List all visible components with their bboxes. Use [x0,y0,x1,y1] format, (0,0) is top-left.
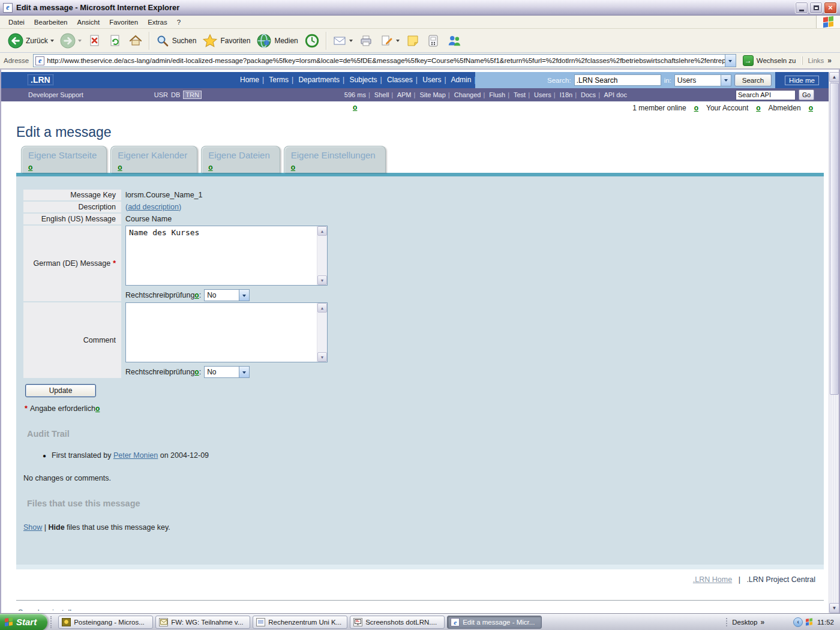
tray-windows-icon[interactable] [806,618,812,626]
links-toolbar[interactable]: Links » [802,56,836,65]
translate-marker[interactable]: o [194,368,199,376]
refresh-button[interactable] [105,32,125,49]
translate-marker[interactable]: o [694,104,698,112]
dev-shell[interactable]: Shell [374,91,389,98]
taskbar-task-screenshots[interactable]: Screenshots dotLRN.... [350,616,445,629]
textarea-scrollbar[interactable]: ▲ ▼ [317,303,327,362]
menu-favoriten[interactable]: Favoriten [104,17,143,28]
desktop-toolbar[interactable]: Desktop » [726,618,764,626]
chevron-down-icon[interactable] [239,290,249,301]
tab-eigene-dateien[interactable]: Eigene Dateien o [201,146,280,173]
update-button[interactable]: Update [25,384,96,397]
minimize-button[interactable] [795,2,808,14]
tab-eigene-startseite[interactable]: Eigene Startseite o [21,146,107,173]
taskbar-task-rechenzentrum[interactable]: Rechenzentrum Uni K... [253,616,347,629]
menu-ansicht[interactable]: Ansicht [72,17,104,28]
flag-db[interactable]: DB [171,91,180,98]
nav-classes[interactable]: Classes [387,76,413,84]
sticky-note-button[interactable] [403,32,423,49]
mail-button[interactable] [329,32,356,49]
german-message-textarea[interactable]: Name des Kurses [126,226,317,285]
history-button[interactable] [301,32,323,50]
edit-button[interactable] [376,32,403,49]
flag-trn[interactable]: TRN [183,91,202,99]
taskbar-task-edit-a-message[interactable]: e Edit a message - Micr... [447,616,542,629]
nav-admin[interactable]: Admin [451,76,471,84]
messenger-button[interactable] [443,32,465,50]
favorites-button[interactable]: Favoriten [199,32,253,50]
address-input[interactable]: e http://www.theservice.de/acs-lang/admi… [33,54,736,67]
translate-marker[interactable]: o [80,608,84,611]
dev-i18n[interactable]: I18n [560,91,572,98]
show-files-link[interactable]: Show [23,523,42,532]
logout-link[interactable]: Abmelden [769,104,801,112]
translate-marker[interactable]: o [208,163,270,172]
menu-extras[interactable]: Extras [143,17,172,28]
translate-marker[interactable]: o [118,163,187,172]
translate-marker[interactable]: o [28,163,97,172]
menu-bearbeiten[interactable]: Bearbeiten [29,17,73,28]
chevron-down-icon[interactable] [239,367,249,377]
lrn-search-input[interactable] [574,74,661,86]
scroll-up-icon[interactable]: ▲ [829,72,839,82]
chevron-down-icon[interactable] [721,75,731,86]
dialpad-button[interactable] [423,32,443,49]
dev-apm[interactable]: APM [397,91,412,98]
translate-marker[interactable]: o [353,103,357,112]
vertical-scrollbar[interactable]: ▲ ▼ [829,72,839,613]
start-button[interactable]: Start [0,614,47,630]
translate-marker[interactable]: o [291,163,376,172]
add-description-link[interactable]: add description [128,203,179,211]
search-submit-button[interactable]: Search [734,74,772,86]
hide-me-link[interactable]: Hide me [785,76,819,85]
restore-button[interactable] [809,2,823,14]
media-button[interactable]: Medien [253,32,301,50]
back-button[interactable]: Zurück [5,32,57,50]
api-go-button[interactable]: Go [799,89,814,100]
search-scope-select[interactable]: Users [674,74,731,86]
spellcheck-select-comment[interactable]: No [204,366,250,378]
translate-marker[interactable]: o [756,104,760,112]
scroll-down-icon[interactable]: ▼ [317,352,327,362]
menu-datei[interactable]: Datei [4,17,29,28]
tray-collapse-button[interactable]: ‹ [793,617,803,627]
scroll-down-icon[interactable]: ▼ [829,603,839,613]
dev-docs[interactable]: Docs [581,91,596,98]
dev-users[interactable]: Users [534,91,551,98]
lrn-home-link[interactable]: .LRN Home [693,575,732,584]
dev-flush[interactable]: Flush [489,91,505,98]
tab-eigener-kalender[interactable]: Eigener Kalender o [110,146,197,173]
scroll-down-icon[interactable]: ▼ [317,275,327,285]
address-dropdown-button[interactable] [725,55,736,67]
menu-hilfe[interactable]: ? [172,17,185,28]
translate-marker[interactable]: o [95,404,100,413]
translator-link[interactable]: Peter Monien [113,451,158,460]
scroll-up-icon[interactable]: ▲ [317,226,327,236]
textarea-scrollbar[interactable]: ▲ ▼ [317,226,327,285]
taskbar-task-fw-wg-teilnahme[interactable]: FW: WG: Teilnahme v... [155,616,250,629]
lrn-project-central-link[interactable]: .LRN Project Central [746,575,815,584]
lrn-logo[interactable]: .LRN [28,74,53,85]
translate-marker[interactable]: o [809,104,813,112]
home-button[interactable] [125,32,146,49]
close-button[interactable]: × [824,2,837,14]
api-search-input[interactable] [736,90,796,100]
url-text[interactable]: http://www.theservice.de/acs-lang/admin/… [47,57,725,64]
set-language-link[interactable]: Sprache einstellen [18,608,80,611]
dev-changed[interactable]: Changed [454,91,481,98]
spellcheck-select-german[interactable]: No [204,289,250,301]
scrollbar-thumb[interactable] [830,83,839,395]
nav-subjects[interactable]: Subjects [350,76,377,84]
tab-eigene-einstellungen[interactable]: Eigene Einstellungen o [284,146,386,173]
dev-api-doc[interactable]: API doc [604,91,627,98]
comment-textarea[interactable] [126,303,317,362]
translate-marker[interactable]: o [194,291,199,299]
your-account-link[interactable]: Your Account [706,104,748,112]
search-button-ie[interactable]: Suchen [152,32,200,49]
quick-launch-handle[interactable] [50,616,54,628]
dev-site-map[interactable]: Site Map [419,91,445,98]
forward-button[interactable] [57,32,85,50]
print-button[interactable] [356,32,376,49]
flag-usr[interactable]: USR [154,91,168,98]
taskbar-task-posteingang[interactable]: Posteingang - Micros... [58,616,153,629]
